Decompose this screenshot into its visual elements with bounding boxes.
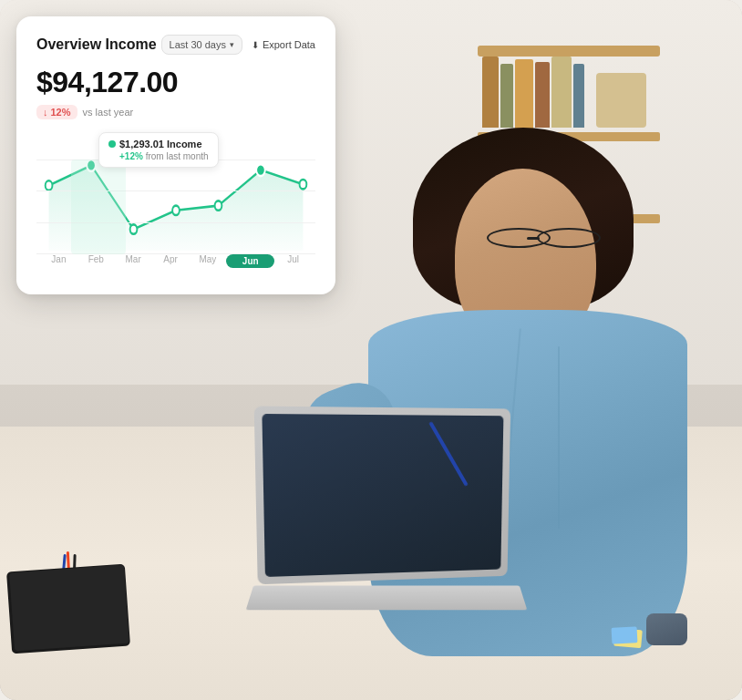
chart-area: $1,293.01 Income +12% from last month xyxy=(36,132,315,278)
x-label-mar: Mar xyxy=(115,254,152,268)
date-filter-button[interactable]: Last 30 days ▾ xyxy=(161,35,242,55)
date-filter-label: Last 30 days xyxy=(170,39,226,50)
x-label-jan: Jan xyxy=(40,254,77,268)
main-amount: $94,127.00 xyxy=(36,66,315,99)
x-label-may: May xyxy=(189,254,226,268)
tooltip-change-label: from last month xyxy=(146,151,209,161)
card-title: Overview Income xyxy=(36,36,157,53)
x-axis: Jan Feb Mar Apr May Jun Jul xyxy=(36,254,315,268)
change-arrow-icon: ↓ xyxy=(43,107,48,118)
vs-label: vs last year xyxy=(83,107,134,118)
x-label-jun[interactable]: Jun xyxy=(226,254,274,268)
card-header: Overview Income Last 30 days ▾ ⬇ Export … xyxy=(36,35,315,55)
x-label-apr: Apr xyxy=(152,254,190,268)
analytics-card: Overview Income Last 30 days ▾ ⬇ Export … xyxy=(16,16,335,294)
tooltip-dot xyxy=(108,140,116,148)
export-icon: ⬇ xyxy=(252,40,259,50)
export-label: Export Data xyxy=(263,39,315,50)
tooltip-amount: $1,293.01 Income xyxy=(119,139,202,149)
x-label-feb: Feb xyxy=(77,254,115,268)
export-button[interactable]: ⬇ Export Data xyxy=(252,39,315,50)
chart-highlight xyxy=(71,160,126,254)
chart-tooltip: $1,293.01 Income +12% from last month xyxy=(98,132,219,168)
change-row: ↓ 12% vs last year xyxy=(36,105,315,119)
scene: Overview Income Last 30 days ▾ ⬇ Export … xyxy=(0,0,742,700)
tooltip-change-pct: +12% xyxy=(119,151,143,161)
card-header-right: Last 30 days ▾ ⬇ Export Data xyxy=(161,35,315,55)
change-badge: ↓ 12% xyxy=(36,105,77,119)
x-label-jul: Jul xyxy=(274,254,312,268)
chevron-down-icon: ▾ xyxy=(230,40,234,49)
change-pct: 12% xyxy=(51,107,71,118)
